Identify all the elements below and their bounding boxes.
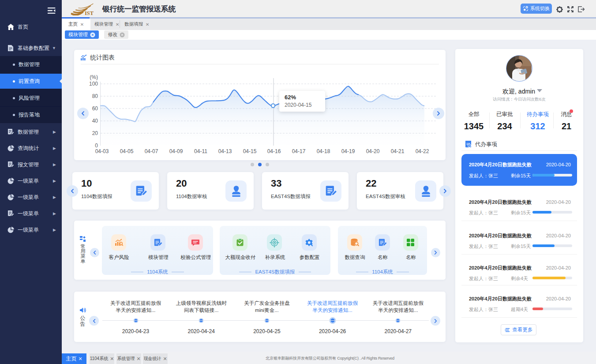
svg-text:04-16: 04-16 [267,148,281,154]
svg-text:04-20: 04-20 [366,148,380,154]
svg-text:(%): (%) [90,74,98,80]
svg-text:04-15: 04-15 [243,148,257,154]
svg-text:04-07: 04-07 [145,148,158,154]
svg-text:20: 20 [92,130,98,136]
svg-text:0: 0 [95,143,98,149]
svg-text:80: 80 [92,93,98,99]
svg-text:04-09: 04-09 [169,148,183,154]
svg-text:04-22: 04-22 [416,148,429,154]
svg-text:40: 40 [92,118,98,124]
svg-text:04-13: 04-13 [218,148,232,154]
svg-text:04-05: 04-05 [120,148,134,154]
svg-text:60: 60 [92,105,98,112]
svg-text:04-11: 04-11 [194,148,207,154]
svg-text:04-03: 04-03 [95,148,109,154]
svg-text:04-19: 04-19 [341,148,355,154]
svg-text:IST: IST [85,10,94,16]
svg-text:100: 100 [89,81,98,87]
svg-text:04-21: 04-21 [391,148,405,154]
svg-text:04-18: 04-18 [317,148,330,154]
svg-text:04-17: 04-17 [292,148,306,154]
